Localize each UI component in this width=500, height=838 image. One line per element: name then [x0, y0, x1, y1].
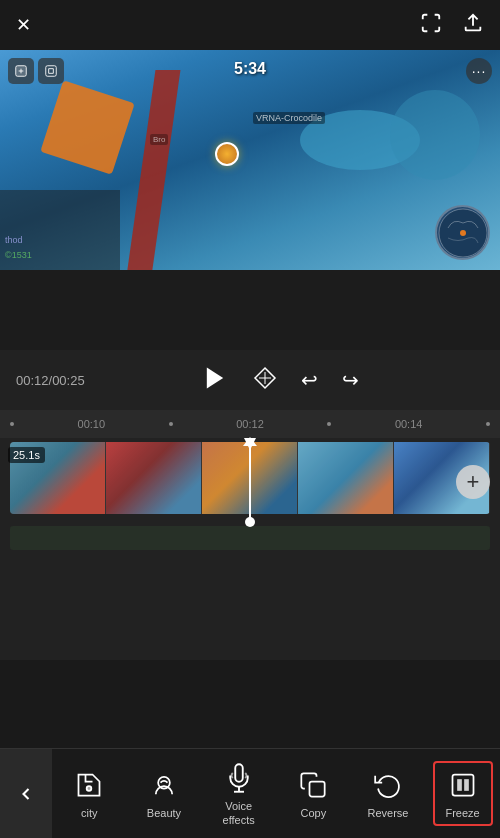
timeline-ruler: 00:10 00:12 00:14	[0, 410, 500, 438]
toolbar-item-copy[interactable]: Copy	[283, 759, 343, 828]
svg-rect-11	[310, 781, 325, 796]
play-button[interactable]	[201, 364, 229, 396]
toolbar-items: city Beauty	[52, 749, 500, 838]
share-icon[interactable]	[462, 12, 484, 39]
track-label: 25.1s	[8, 447, 45, 463]
close-button[interactable]: ✕	[16, 14, 31, 36]
reverse-icon	[370, 767, 406, 803]
city-icon	[71, 767, 107, 803]
badge-settings-icon	[38, 58, 64, 84]
ruler-dot	[10, 422, 14, 426]
svg-rect-12	[452, 774, 473, 795]
dark-preview-panel	[0, 270, 500, 350]
bottom-toolbar: city Beauty	[0, 748, 500, 838]
voice-effects-icon	[221, 760, 257, 796]
video-preview: VRNA-Crocodile Bro thod ©1531 ··· 5:34	[0, 50, 500, 270]
city-label: city	[81, 807, 98, 820]
beauty-label: Beauty	[147, 807, 181, 820]
track-frame-2	[106, 442, 202, 514]
more-options-icon[interactable]: ···	[466, 58, 492, 84]
back-button[interactable]	[0, 749, 52, 839]
copy-icon	[295, 767, 331, 803]
top-bar: ✕	[0, 0, 500, 50]
freeze-icon	[445, 767, 481, 803]
redo-button[interactable]: ↪	[342, 368, 359, 392]
keyframe-icon[interactable]	[253, 366, 277, 394]
badge-game-icon	[8, 58, 34, 84]
beauty-icon	[146, 767, 182, 803]
copy-label: Copy	[300, 807, 326, 820]
toolbar-item-reverse[interactable]: Reverse	[358, 759, 418, 828]
video-track-container: 25.1s +	[0, 442, 500, 522]
playhead[interactable]	[249, 442, 251, 522]
fullscreen-icon[interactable]	[420, 12, 442, 39]
time-display: 00:12/00:25	[16, 373, 85, 388]
ruler-mark-10: 00:10	[78, 418, 106, 430]
svg-rect-1	[46, 66, 57, 77]
reverse-label: Reverse	[367, 807, 408, 820]
svg-point-7	[87, 786, 92, 791]
audio-track	[10, 526, 490, 550]
svg-marker-4	[207, 368, 223, 389]
svg-point-3	[460, 230, 466, 236]
timeline-area: 00:12/00:25 ↩ ↪ 00:10	[0, 350, 500, 660]
svg-rect-14	[464, 779, 469, 791]
toolbar-item-voice-effects[interactable]: Voice effects	[209, 752, 269, 834]
video-badges-tl	[8, 58, 64, 84]
svg-rect-13	[457, 779, 462, 791]
minimap	[435, 205, 490, 260]
ruler-dot-3	[327, 422, 331, 426]
toolbar-item-city[interactable]: city	[59, 759, 119, 828]
video-timestamp: 5:34	[234, 60, 266, 78]
track-frame-4	[298, 442, 394, 514]
ruler-dot-2	[169, 422, 173, 426]
undo-button[interactable]: ↩	[301, 368, 318, 392]
ruler-dot-4	[486, 422, 490, 426]
toolbar-item-beauty[interactable]: Beauty	[134, 759, 194, 828]
ruler-marks: 00:10 00:12 00:14	[10, 418, 490, 430]
add-clip-button[interactable]: +	[456, 465, 490, 499]
ruler-mark-14: 00:14	[395, 418, 423, 430]
toolbar-item-freeze[interactable]: Freeze	[433, 761, 493, 826]
freeze-label: Freeze	[445, 807, 479, 820]
ruler-mark-12: 00:12	[236, 418, 264, 430]
timeline-controls: 00:12/00:25 ↩ ↪	[0, 350, 500, 410]
video-badge-tr: ···	[466, 58, 492, 84]
voice-effects-label: Voice effects	[223, 800, 255, 826]
